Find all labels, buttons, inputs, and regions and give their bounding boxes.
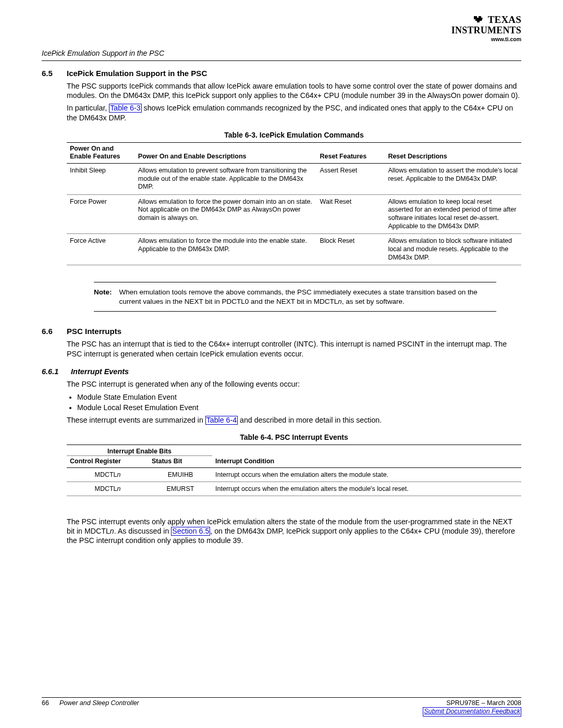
cell: Inhibit Sleep [67,163,135,194]
list-item: Module State Emulation Event [77,392,521,402]
submit-feedback-link[interactable]: Submit Documentation Feedback [423,707,521,717]
table-row: MDCTLn EMURST Interrupt occurs when the … [67,482,521,496]
cell: Allows emulation to assert the module's … [385,163,521,194]
italic-n: n [117,485,121,492]
link-section-6-5[interactable]: Section 6.5 [171,527,210,536]
text-fragment: In particular, [67,104,109,112]
link-table-6-3[interactable]: Table 6-3 [109,104,141,113]
chapter-name: Power and Sleep Controller [59,699,139,717]
ti-chip-icon [473,15,485,26]
cell: Interrupt occurs when the emulation alte… [212,482,521,496]
para-6-5-2: In particular, Table 6-3 shows IcePick e… [67,103,521,122]
section-6-6-1-heading: 6.6.1 Interrupt Events [42,367,521,377]
brand-url: www.ti.com [451,36,521,42]
page-number: 66 [42,699,49,717]
section-6-6-heading: 6.6 PSC Interrupts [42,326,521,336]
header-bar: TEXAS INSTRUMENTS www.ti.com [42,15,521,48]
brand-line1: TEXAS [488,14,521,25]
italic-n: n [110,527,114,535]
para-661-intro: The PSC interrupt is generated when any … [67,379,521,389]
para-6-5-1: The PSC supports IcePick commands that a… [67,81,521,100]
para-661-last: The PSC interrupt events only apply when… [67,517,521,546]
text: Power On and [70,145,114,152]
doc-id: SPRU978E – March 2008 [423,699,521,708]
section-6-5-heading: 6.5 IcePick Emulation Support in the PSC [42,68,521,78]
table-6-4: Interrupt Enable Bits Control Register S… [67,445,521,496]
running-header: IcePick Emulation Support in the PSC [42,48,521,59]
italic-n: n [117,471,121,478]
cell: Block Reset [317,234,385,265]
text: MDCTL [94,471,117,478]
cell: Allows emulation to force the module int… [135,234,317,265]
col-header: Reset Features [317,142,385,163]
para-6-6: The PSC has an interrupt that is tied to… [67,339,521,358]
table-6-4-caption: Table 6-4. PSC Interrupt Events [67,433,521,442]
subsection-number: 6.6.1 [42,367,62,377]
ti-logo: TEXAS INSTRUMENTS www.ti.com [451,15,521,42]
cell: Allows emulation to keep local reset ass… [385,194,521,234]
cell: EMURST [149,482,212,496]
table-row: Force Power Allows emulation to force th… [67,194,521,234]
section-number: 6.6 [42,326,57,336]
col-header: Status Bit [149,455,212,467]
cell: Force Power [67,194,135,234]
note-label: Note: [94,288,112,306]
text-fragment: . As discussed in [114,527,172,535]
table-row: Inhibit Sleep Allows emulation to preven… [67,163,521,194]
table-6-3: Power On and Enable Features Power On an… [67,142,521,266]
bullet-list: Module State Emulation Event Module Loca… [67,392,521,412]
table-6-3-caption: Table 6-3. IcePick Emulation Commands [67,131,521,140]
cell: Wait Reset [317,194,385,234]
link-table-6-4[interactable]: Table 6-4 [205,416,238,425]
cell: EMUIHB [149,467,212,482]
cell: Allows emulation to prevent software fro… [135,163,317,194]
text: Enable Features [70,153,120,160]
subsection-title: Interrupt Events [71,367,129,377]
page-footer: 66 Power and Sleep Controller SPRU978E –… [42,697,521,717]
section-title: PSC Interrupts [67,326,121,336]
cell: MDCTLn [67,467,149,482]
note-text: When emulation tools remove the above co… [119,288,497,306]
section-number: 6.5 [42,68,57,78]
header-rule [42,60,521,61]
text-fragment: and described in more detail in this sec… [238,416,382,424]
text-fragment: , as set by software. [342,298,405,305]
col-header: Control Register [67,455,149,467]
cell: MDCTLn [67,482,149,496]
cell: Allows emulation to block software initi… [385,234,521,265]
table-row: Force Active Allows emulation to force t… [67,234,521,265]
text: MDCTL [94,485,117,492]
list-item: Module Local Reset Emulation Event [77,403,521,412]
text-fragment: When emulation tools remove the above co… [119,288,478,305]
note-box: Note: When emulation tools remove the ab… [94,282,496,312]
cell: Assert Reset [317,163,385,194]
para-661-post: These interrupt events are summarized in… [67,415,521,425]
col-header: Power On and Enable Features [67,142,135,163]
cell: Interrupt occurs when the emulation alte… [212,467,521,482]
col-header-blank [212,445,521,455]
brand-line2: INSTRUMENTS [451,26,521,35]
section-title: IcePick Emulation Support in the PSC [67,68,207,78]
italic-n: n [338,298,342,305]
col-header-span: Interrupt Enable Bits [67,445,212,455]
col-header: Reset Descriptions [385,142,521,163]
cell: Force Active [67,234,135,265]
table-row: MDCTLn EMUIHB Interrupt occurs when the … [67,467,521,482]
col-header: Power On and Enable Descriptions [135,142,317,163]
cell: Allows emulation to force the power doma… [135,194,317,234]
col-header: Interrupt Condition [212,455,521,467]
text-fragment: These interrupt events are summarized in [67,416,205,424]
